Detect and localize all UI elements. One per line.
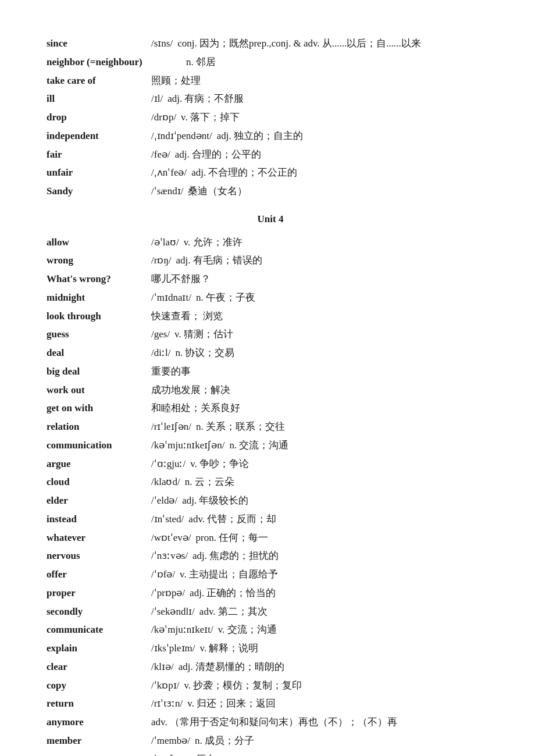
- word-whatever: whatever: [47, 529, 151, 547]
- word-work-out: work out: [47, 381, 151, 399]
- def-ill: adj. 有病；不舒服: [167, 90, 494, 108]
- entry-offer: offer /ˈɒfə/ v. 主动提出；自愿给予: [47, 566, 494, 583]
- def-since: conj. 因为；既然prep.,conj. & adv. 从......以后；…: [177, 35, 494, 52]
- def-whatever: pron. 任何；每一: [196, 529, 495, 547]
- entry-allow: allow /əˈlaʊ/ v. 允许；准许: [47, 234, 494, 251]
- def-sandy: 桑迪（女名）: [188, 183, 494, 200]
- entry-whats-wrong: What's wrong? 哪儿不舒服？: [47, 270, 494, 288]
- word-proper: proper: [47, 584, 151, 602]
- entry-member: member /ˈmembə/ n. 成员；分子: [47, 732, 494, 750]
- word-guess: guess: [47, 326, 151, 343]
- word-instead: instead: [47, 511, 151, 528]
- phonetic-guess: /ges/: [151, 326, 170, 343]
- entry-clear: clear /klɪə/ adj. 清楚易懂的；晴朗的: [47, 658, 494, 676]
- phonetic-deal: /diːl/: [151, 344, 170, 362]
- unit4-header: Unit 4: [47, 211, 494, 228]
- word-since: since: [47, 35, 151, 52]
- def-secondly: adv. 第二；其次: [199, 603, 494, 621]
- word-secondly: secondly: [47, 603, 151, 621]
- phonetic-independent: /ˌɪndɪˈpendənt/: [151, 127, 212, 145]
- word-ill: ill: [47, 90, 151, 108]
- def-drop: v. 落下；掉下: [181, 109, 494, 126]
- entry-drop: drop /drɒp/ v. 落下；掉下: [47, 109, 494, 126]
- phonetic-relation: /rɪˈleɪʃən/: [151, 418, 191, 436]
- phonetic-copy: /ˈkɒpɪ/: [151, 677, 179, 694]
- phonetic-communicate: /kəˈmjuːnɪkeɪt/: [151, 621, 213, 639]
- entry-anymore: anymore adv. （常用于否定句和疑问句末）再也（不）；（不）再: [47, 714, 494, 731]
- entry-wrong: wrong /rɒŋ/ adj. 有毛病；错误的: [47, 252, 494, 269]
- word-deal: deal: [47, 344, 151, 362]
- phonetic-unfair: /ˌʌnˈfeə/: [151, 164, 187, 181]
- phonetic-allow: /əˈlaʊ/: [151, 234, 179, 251]
- def-wrong: adj. 有毛病；错误的: [176, 252, 494, 269]
- def-get-on-with: 和睦相处；关系良好: [151, 400, 494, 417]
- entry-pressure: pressure /ˈpreʃə/ n. 压力: [47, 751, 494, 757]
- phonetic-drop: /drɒp/: [151, 109, 176, 126]
- def-copy: v. 抄袭；模仿；复制；复印: [184, 677, 494, 694]
- def-allow: v. 允许；准许: [184, 234, 494, 251]
- phonetic-offer: /ˈɒfə/: [151, 566, 175, 583]
- word-elder: elder: [47, 492, 151, 509]
- phonetic-pressure: /ˈpreʃə/: [151, 751, 181, 757]
- phonetic-since: /sɪns/: [151, 35, 173, 52]
- word-communication: communication: [47, 437, 151, 454]
- word-big-deal: big deal: [47, 363, 151, 380]
- phonetic-wrong: /rɒŋ/: [151, 252, 172, 269]
- entry-unfair: unfair /ˌʌnˈfeə/ adj. 不合理的；不公正的: [47, 164, 494, 181]
- def-instead: adv. 代替；反而；却: [188, 511, 494, 528]
- def-take-care-of: 照顾；处理: [151, 72, 494, 90]
- entry-whatever: whatever /wɒtˈevə/ pron. 任何；每一: [47, 529, 494, 547]
- entry-communicate: communicate /kəˈmjuːnɪkeɪt/ v. 交流；沟通: [47, 621, 494, 639]
- def-look-through: 快速查看； 浏览: [151, 308, 494, 325]
- entry-independent: independent /ˌɪndɪˈpendənt/ adj. 独立的；自主的: [47, 127, 494, 145]
- phonetic-fair: /feə/: [151, 146, 170, 163]
- entry-look-through: look through 快速查看； 浏览: [47, 308, 494, 325]
- word-copy: copy: [47, 677, 151, 694]
- word-relation: relation: [47, 418, 151, 436]
- def-argue: v. 争吵；争论: [190, 455, 494, 473]
- word-clear: clear: [47, 658, 151, 676]
- def-cloud: n. 云；云朵: [185, 473, 494, 491]
- entry-take-care-of: take care of 照顾；处理: [47, 72, 494, 90]
- entry-fair: fair /feə/ adj. 合理的；公平的: [47, 146, 494, 163]
- word-explain: explain: [47, 640, 151, 657]
- entry-explain: explain /ɪksˈpleɪm/ v. 解释；说明: [47, 640, 494, 657]
- def-pressure: n. 压力: [186, 751, 494, 757]
- entry-guess: guess /ges/ v. 猜测；估计: [47, 326, 494, 343]
- entry-copy: copy /ˈkɒpɪ/ v. 抄袭；模仿；复制；复印: [47, 677, 494, 694]
- word-return: return: [47, 695, 151, 712]
- entry-relation: relation /rɪˈleɪʃən/ n. 关系；联系；交往: [47, 418, 494, 436]
- phonetic-elder: /ˈeldə/: [151, 492, 177, 509]
- phonetic-nervous: /ˈnɜːvəs/: [151, 547, 188, 565]
- phonetic-ill: /ɪl/: [151, 90, 163, 108]
- def-anymore: adv. （常用于否定句和疑问句末）再也（不）；（不）再: [151, 714, 494, 731]
- entry-get-on-with: get on with 和睦相处；关系良好: [47, 400, 494, 417]
- word-communicate: communicate: [47, 621, 151, 639]
- entry-neighbor: neighbor (=neighbour) n. 邻居: [47, 54, 494, 71]
- word-neighbor: neighbor (=neighbour): [47, 54, 186, 71]
- vocabulary-list: since /sɪns/ conj. 因为；既然prep.,conj. & ad…: [47, 35, 494, 756]
- word-anymore: anymore: [47, 714, 151, 731]
- entry-cloud: cloud /klaʊd/ n. 云；云朵: [47, 473, 494, 491]
- word-allow: allow: [47, 234, 151, 251]
- word-wrong: wrong: [47, 252, 151, 269]
- entry-proper: proper /ˈprɒpə/ adj. 正确的；恰当的: [47, 584, 494, 602]
- entry-work-out: work out 成功地发展；解决: [47, 381, 494, 399]
- entry-instead: instead /ɪnˈsted/ adv. 代替；反而；却: [47, 511, 494, 528]
- phonetic-midnight: /ˈmɪdnaɪt/: [151, 289, 191, 306]
- word-unfair: unfair: [47, 164, 151, 181]
- def-explain: v. 解释；说明: [200, 640, 494, 657]
- word-nervous: nervous: [47, 547, 151, 565]
- def-communication: n. 交流；沟通: [229, 437, 494, 454]
- entry-midnight: midnight /ˈmɪdnaɪt/ n. 午夜；子夜: [47, 289, 494, 306]
- phonetic-sandy: /ˈsændɪ/: [151, 183, 183, 200]
- word-fair: fair: [47, 146, 151, 163]
- def-neighbor: n. 邻居: [186, 54, 494, 71]
- phonetic-secondly: /ˈsekəndlɪ/: [151, 603, 195, 621]
- word-get-on-with: get on with: [47, 400, 151, 417]
- word-sandy: Sandy: [47, 183, 151, 200]
- word-whats-wrong: What's wrong?: [47, 270, 151, 288]
- phonetic-explain: /ɪksˈpleɪm/: [151, 640, 195, 657]
- def-independent: adj. 独立的；自主的: [217, 127, 494, 145]
- unit4-entries: allow /əˈlaʊ/ v. 允许；准许 wrong /rɒŋ/ adj. …: [47, 234, 494, 757]
